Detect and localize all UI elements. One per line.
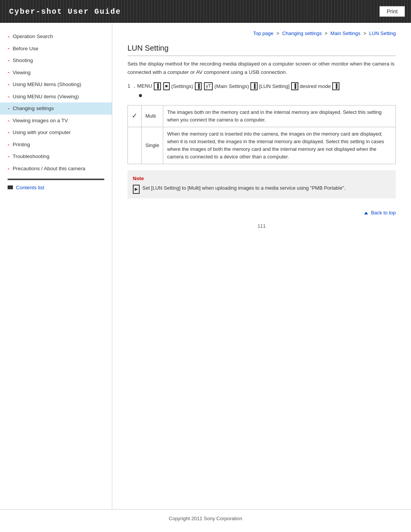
back-to-top-icon [364,212,368,214]
breadcrumb-current[interactable]: LUN Setting [369,30,396,36]
breadcrumb-main-settings[interactable]: Main Settings [330,30,360,36]
sidebar-bullet: - [8,129,10,136]
lun-setting-label: [LUN Setting] [259,83,290,89]
contents-list-label: Contents list [16,185,44,190]
sidebar-bullet: - [8,153,10,160]
sidebar-item-viewing[interactable]: - Viewing [0,67,112,79]
back-to-top-label: Back to top [371,210,396,216]
sidebar-bullet: - [8,34,10,40]
note-content: ▶ Set [LUN Setting] to [Multi] when uplo… [133,184,390,194]
dot-bullet [139,94,142,97]
sidebar-item-shooting[interactable]: - Shooting [0,54,112,67]
sidebar-item-label: Viewing [13,69,30,76]
sidebar-item-label: Precautions / About this camera [13,165,85,172]
breadcrumb-sep3: > [363,30,368,36]
sidebar-bullet: - [8,69,10,75]
page-title: LUN Setting [127,44,396,56]
sidebar-bullet: - [8,118,10,124]
main-settings-label: (Main Settings) [214,83,249,89]
content-area: Top page > Changing settings > Main Sett… [112,23,411,509]
sidebar-item-operation-search[interactable]: - Operation Search [0,30,112,43]
step-number: 1 ．MENU [127,83,152,89]
sidebar-item-menu-shooting[interactable]: - Using MENU items (Shooting) [0,78,112,91]
sidebar-bullet: - [8,81,10,88]
sidebar-item-menu-viewing[interactable]: - Using MENU items (Viewing) [0,91,112,103]
sidebar-bullet: - [8,45,10,51]
print-button[interactable]: Print [379,6,405,17]
sidebar-bullet: - [8,58,10,64]
contents-list-icon [8,185,13,189]
sidebar-item-label: Changing settings [13,105,54,112]
copyright: Copyright 2011 Sony Corporation [169,516,242,521]
sidebar-item-printing[interactable]: - Printing [0,139,112,151]
sidebar-item-label: Printing [13,141,30,148]
main-layout: - Operation Search - Before Use - Shooti… [0,23,411,509]
note-text: Set [LUN Setting] to [Multi] when upload… [142,184,346,192]
header-title: Cyber-shot User Guide [9,7,121,16]
table-desc-single: When the memory card is inserted into th… [163,127,396,164]
sidebar: - Operation Search - Before Use - Shooti… [0,23,112,509]
arrow-icon3: ▐ [291,82,298,90]
page-description: Sets the display method for the recordin… [127,60,396,76]
breadcrumb-sep1: > [276,30,280,36]
arrow-icon2: ▐ [250,82,258,90]
sidebar-item-label: Shooting [13,57,33,64]
settings-table: ✓ Multi The images both on the memory ca… [127,105,396,165]
table-row-single: Single When the memory card is inserted … [128,127,396,164]
sidebar-item-label: Viewing images on a TV [13,117,68,124]
sidebar-bullet: - [8,94,10,100]
main-settings-icon: γT [204,82,213,90]
breadcrumb-changing-settings[interactable]: Changing settings [282,30,322,36]
header-print-wrap: Print [379,0,411,23]
sidebar-item-changing-settings[interactable]: - Changing settings [0,102,112,115]
sidebar-item-precautions[interactable]: - Precautions / About this camera [0,163,112,175]
back-to-top: Back to top [127,210,396,216]
sidebar-bullet: - [8,166,10,172]
footer: Copyright 2011 Sony Corporation [0,509,411,525]
arrow-icon1: ▐ [195,82,202,90]
sidebar-divider [8,179,104,180]
sidebar-item-troubleshooting[interactable]: - Troubleshooting [0,150,112,163]
sidebar-item-label: Using MENU items (Viewing) [13,93,79,100]
sidebar-item-label: Using with your computer [13,129,70,136]
table-check-multi: ✓ [128,105,142,127]
sidebar-item-viewing-tv[interactable]: - Viewing images on a TV [0,115,112,127]
sidebar-bullet: - [8,142,10,148]
header-title-wrap: Cyber-shot User Guide [0,0,121,23]
menu-icon: ▐ [154,82,161,90]
back-to-top-link[interactable]: Back to top [364,210,396,216]
table-label-multi: Multi [142,105,163,127]
arrow-icon4: ▐ [332,82,339,90]
breadcrumb-sep2: > [325,30,329,36]
settings-icon: ■ [163,82,170,90]
sidebar-bullet: - [8,105,10,112]
breadcrumb: Top page > Changing settings > Main Sett… [127,30,396,36]
sidebar-item-label: Using MENU items (Shooting) [13,81,81,88]
table-check-single [128,127,142,164]
header: Cyber-shot User Guide Print [0,0,411,23]
desired-mode-label: desired mode [300,83,331,89]
settings-label: (Settings) [171,83,193,89]
step-line: 1 ．MENU ▐ ■ (Settings) ▐ γT (Main Settin… [127,82,396,90]
contents-list-link[interactable]: Contents list [0,182,112,193]
note-box: Note ▶ Set [LUN Setting] to [Multi] when… [127,170,396,198]
sidebar-item-label: Before Use [13,45,38,52]
page-number: 111 [127,223,396,229]
note-icon: ▶ [133,185,140,194]
sidebar-item-before-use[interactable]: - Before Use [0,43,112,55]
note-title: Note [133,175,390,183]
sidebar-item-label: Troubleshooting [13,153,49,160]
table-row-multi: ✓ Multi The images both on the memory ca… [128,105,396,127]
sidebar-item-label: Operation Search [13,33,53,40]
table-label-single: Single [142,127,163,164]
sidebar-item-computer[interactable]: - Using with your computer [0,126,112,139]
breadcrumb-top-page[interactable]: Top page [253,30,274,36]
table-desc-multi: The images both on the memory card and i… [163,105,396,127]
